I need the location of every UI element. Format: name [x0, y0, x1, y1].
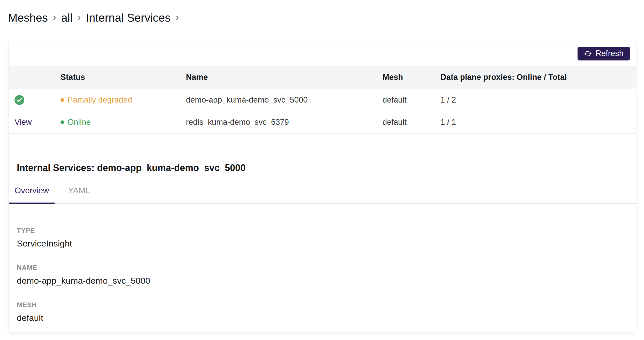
status-label: Online: [68, 118, 91, 127]
refresh-button[interactable]: Refresh: [578, 47, 630, 60]
refresh-icon: [584, 50, 592, 58]
row-selected-cell: [9, 89, 58, 111]
breadcrumb-link-meshes[interactable]: Meshes: [8, 11, 48, 25]
service-name-cell: redis_kuma-demo_svc_6379: [183, 111, 380, 133]
detail-field-type: TYPE ServiceInsight: [17, 226, 636, 249]
breadcrumb-link-mesh-all[interactable]: all: [61, 11, 72, 25]
field-value: default: [17, 312, 636, 323]
row-action-cell: View: [9, 111, 58, 133]
detail-tabs: Overview YAML: [9, 182, 636, 204]
field-label: NAME: [17, 264, 636, 272]
proxies-cell: 1 / 1: [438, 111, 636, 133]
field-value: demo-app_kuma-demo_svc_5000: [17, 275, 636, 286]
proxies-cell: 1 / 2: [438, 89, 636, 111]
mesh-cell: default: [380, 111, 438, 133]
tab-yaml[interactable]: YAML: [62, 182, 96, 203]
mesh-cell: default: [380, 89, 438, 111]
column-header-action: [9, 66, 58, 89]
column-header-name: Name: [183, 66, 380, 89]
view-link[interactable]: View: [14, 118, 32, 127]
status-dot-icon: [61, 120, 64, 124]
breadcrumb-link-internal-services[interactable]: Internal Services: [86, 11, 171, 25]
detail-field-mesh: MESH default: [17, 301, 636, 323]
field-label: TYPE: [17, 226, 636, 235]
status-dot-icon: [61, 98, 64, 102]
chevron-right-icon: ›: [53, 10, 56, 24]
status-label: Partially degraded: [68, 95, 132, 105]
services-table: Status Name Mesh Data plane proxies: Onl…: [9, 66, 636, 134]
field-label: MESH: [17, 301, 636, 309]
service-row[interactable]: Partially degraded demo-app_kuma-demo_sv…: [9, 89, 636, 111]
tab-overview[interactable]: Overview: [9, 182, 55, 203]
chevron-right-icon: ›: [77, 10, 81, 24]
column-header-mesh: Mesh: [380, 66, 438, 89]
chevron-right-icon: ›: [175, 10, 179, 24]
refresh-button-label: Refresh: [595, 49, 624, 58]
status-cell: Online: [58, 111, 183, 133]
detail-field-name: NAME demo-app_kuma-demo_svc_5000: [17, 264, 636, 286]
status-cell: Partially degraded: [58, 89, 183, 111]
overview-panel: TYPE ServiceInsight NAME demo-app_kuma-d…: [9, 204, 636, 332]
detail-heading: Internal Services: demo-app_kuma-demo_sv…: [17, 162, 636, 174]
service-row[interactable]: View Online redis_kuma-demo_svc_6379 def…: [9, 111, 636, 133]
column-header-proxies: Data plane proxies: Online / Total: [438, 66, 636, 89]
service-name-cell: demo-app_kuma-demo_svc_5000: [183, 89, 380, 111]
selected-check-icon: [14, 95, 24, 105]
internal-services-card: Refresh Status Name Mesh Data plane prox…: [9, 41, 636, 332]
field-value: ServiceInsight: [17, 238, 636, 249]
table-header-row: Status Name Mesh Data plane proxies: Onl…: [9, 66, 636, 89]
card-toolbar: Refresh: [9, 41, 636, 66]
breadcrumb: Meshes › all › Internal Services ›: [0, 0, 644, 25]
column-header-status: Status: [58, 66, 183, 89]
